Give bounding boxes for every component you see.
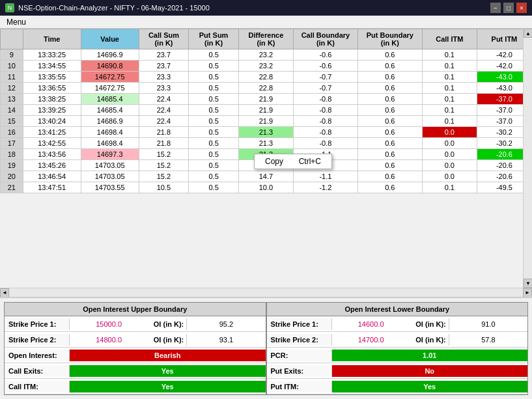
app-icon: N bbox=[5, 3, 14, 12]
table-row: 1413:39:2514685.422.40.521.9-0.80.60.1-3… bbox=[1, 105, 532, 116]
horiz-scroll-track[interactable] bbox=[9, 288, 523, 297]
menu-item-menu[interactable]: Menu bbox=[3, 17, 30, 27]
upper-boundary-section: Open Interest Upper Boundary Strike Pric… bbox=[4, 302, 266, 395]
upper-strike2-value: 14800.0 bbox=[70, 334, 148, 346]
scroll-left[interactable]: ◄ bbox=[0, 288, 9, 297]
open-interest-label: Open Interest: bbox=[5, 350, 70, 361]
call-itm-value: Yes bbox=[70, 381, 266, 392]
col-put-sum: Put Sum(in K) bbox=[189, 29, 239, 49]
put-itm-row: Put ITM: Yes bbox=[267, 379, 528, 394]
pcr-value: 1.01 bbox=[332, 350, 528, 361]
lower-strike2-label: Strike Price 2: bbox=[267, 334, 332, 346]
lower-oik2-label: OI (in K): bbox=[410, 334, 449, 346]
lower-strike1-label: Strike Price 1: bbox=[267, 318, 332, 330]
minimize-button[interactable]: − bbox=[490, 3, 501, 13]
col-call-sum: Call Sum(in K) bbox=[139, 29, 189, 49]
col-put-boundary: Put Boundary(in K) bbox=[357, 29, 422, 49]
put-exits-row: Put Exits: No bbox=[267, 363, 528, 379]
call-itm-row: Call ITM: Yes bbox=[5, 379, 266, 394]
upper-oik1-label: OI (in K): bbox=[148, 318, 187, 330]
lower-boundary-section: Open Interest Lower Boundary Strike Pric… bbox=[266, 302, 529, 395]
horizontal-scrollbar[interactable]: ◄ ► bbox=[0, 288, 532, 297]
context-menu: Copy Ctrl+C bbox=[254, 154, 332, 169]
table-row: 1513:40:2414686.922.40.521.9-0.80.60.1-3… bbox=[1, 116, 532, 127]
put-itm-value: Yes bbox=[332, 381, 528, 392]
title-bar: N NSE-Option-Chain-Analyzer - NIFTY - 06… bbox=[0, 0, 532, 16]
table-row: 1613:41:2514698.421.80.521.3-0.80.60.0-3… bbox=[1, 127, 532, 138]
vertical-scrollbar[interactable]: ▲ ▼ bbox=[523, 29, 532, 288]
col-num bbox=[1, 29, 23, 49]
pcr-row: PCR: 1.01 bbox=[267, 348, 528, 363]
close-button[interactable]: × bbox=[516, 3, 527, 13]
col-call-itm: Call ITM bbox=[422, 29, 477, 49]
scroll-up[interactable]: ▲ bbox=[524, 29, 532, 38]
upper-boundary-header: Open Interest Upper Boundary bbox=[5, 303, 266, 316]
lower-boundary-header: Open Interest Lower Boundary bbox=[267, 303, 528, 316]
lower-strike2-row: Strike Price 2: 14700.0 OI (in K): 57.8 bbox=[267, 332, 528, 348]
table-row: 1113:35:5514672.7523.30.522.8-0.70.60.1-… bbox=[1, 72, 532, 83]
call-itm-label: Call ITM: bbox=[5, 381, 70, 392]
col-call-boundary: Call Boundary(in K) bbox=[293, 29, 357, 49]
lower-strike2-value: 14700.0 bbox=[332, 334, 410, 346]
upper-oik2-label: OI (in K): bbox=[148, 334, 187, 346]
table-row: 1313:38:2514685.422.40.521.9-0.80.60.1-3… bbox=[1, 94, 532, 105]
upper-oik2-value: 93.1 bbox=[187, 334, 265, 346]
scroll-down[interactable]: ▼ bbox=[524, 279, 532, 288]
lower-oik2-value: 57.8 bbox=[449, 334, 527, 346]
lower-strike1-value: 14600.0 bbox=[332, 318, 410, 330]
upper-strike1-label: Strike Price 1: bbox=[5, 318, 70, 330]
lower-strike1-row: Strike Price 1: 14600.0 OI (in K): 91.0 bbox=[267, 316, 528, 332]
col-time: Time bbox=[23, 29, 81, 49]
col-difference: Difference(in K) bbox=[238, 29, 293, 49]
put-exits-value: No bbox=[332, 365, 528, 377]
col-value: Value bbox=[81, 29, 139, 49]
put-exits-label: Put Exits: bbox=[267, 365, 332, 377]
upper-oik1-value: 95.2 bbox=[187, 318, 265, 330]
call-exits-row: Call Exits: Yes bbox=[5, 363, 266, 379]
window-title: NSE-Option-Chain-Analyzer - NIFTY - 06-M… bbox=[18, 4, 210, 12]
bottom-panel: Open Interest Upper Boundary Strike Pric… bbox=[0, 297, 532, 399]
table-row: 913:33:2514696.923.70.523.2-0.60.60.1-42… bbox=[1, 49, 532, 61]
maximize-button[interactable]: □ bbox=[503, 3, 514, 13]
table-row: 1713:42:5514698.421.80.521.3-0.80.60.0-3… bbox=[1, 138, 532, 149]
menu-bar: Menu bbox=[0, 16, 532, 29]
call-exits-label: Call Exits: bbox=[5, 365, 70, 377]
upper-strike1-row: Strike Price 1: 15000.0 OI (in K): 95.2 bbox=[5, 316, 266, 332]
lower-oik1-value: 91.0 bbox=[449, 318, 527, 330]
pcr-label: PCR: bbox=[267, 350, 332, 361]
copy-shortcut: Ctrl+C bbox=[299, 157, 321, 166]
lower-oik1-label: OI (in K): bbox=[410, 318, 449, 330]
scroll-track[interactable] bbox=[524, 38, 532, 279]
upper-strike2-row: Strike Price 2: 14800.0 OI (in K): 93.1 bbox=[5, 332, 266, 348]
context-menu-item-copy[interactable]: Copy Ctrl+C bbox=[255, 154, 331, 169]
table-row: 2113:47:5114703.5510.50.510.0-1.20.60.1-… bbox=[1, 182, 532, 193]
table-row: 1213:36:5514672.7523.30.522.8-0.70.60.1-… bbox=[1, 83, 532, 94]
open-interest-row: Open Interest: Bearish bbox=[5, 348, 266, 363]
scroll-right[interactable]: ► bbox=[523, 288, 532, 297]
upper-strike1-value: 15000.0 bbox=[70, 318, 148, 330]
upper-strike2-label: Strike Price 2: bbox=[5, 334, 70, 346]
call-exits-value: Yes bbox=[70, 365, 266, 377]
put-itm-label: Put ITM: bbox=[267, 381, 332, 392]
open-interest-value: Bearish bbox=[70, 350, 266, 361]
copy-label: Copy bbox=[265, 157, 283, 166]
table-row: 1013:34:5514690.823.70.523.2-0.60.60.1-4… bbox=[1, 61, 532, 72]
table-row: 2013:46:5414703.0515.20.514.7-1.10.60.0-… bbox=[1, 171, 532, 182]
